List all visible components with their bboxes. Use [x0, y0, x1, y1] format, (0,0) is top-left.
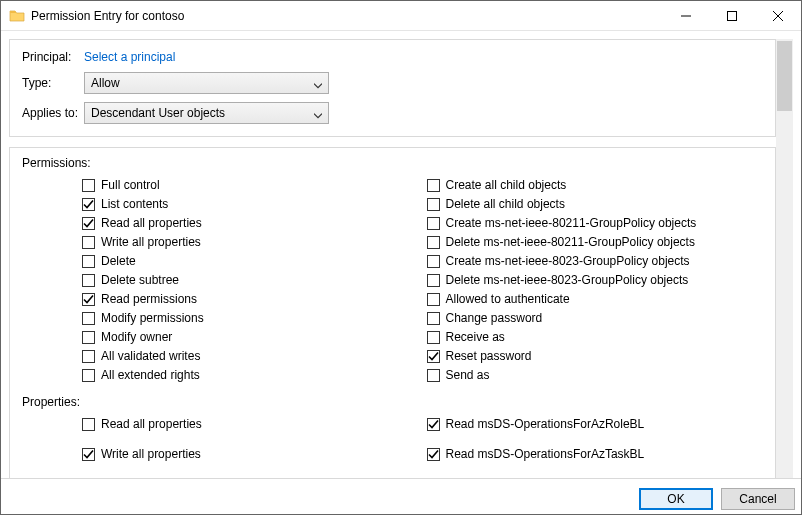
checkbox-label: Read all properties — [101, 417, 202, 431]
permission-checkbox[interactable]: Read all properties — [82, 214, 419, 232]
checkbox-label: Allowed to authenticate — [446, 292, 570, 306]
property-checkbox[interactable]: Read all properties — [82, 415, 419, 433]
type-select[interactable]: Allow — [84, 72, 329, 94]
checkbox-icon — [82, 312, 95, 325]
checkbox-label: Delete ms-net-ieee-80211-GroupPolicy obj… — [446, 235, 695, 249]
permission-checkbox[interactable]: Delete subtree — [82, 271, 419, 289]
permission-checkbox[interactable]: Reset password — [427, 347, 764, 365]
checkbox-label: All extended rights — [101, 368, 200, 382]
applies-to-select[interactable]: Descendant User objects — [84, 102, 329, 124]
principal-panel: Principal: Select a principal Type: Allo… — [9, 39, 776, 137]
checkbox-icon — [82, 274, 95, 287]
checkbox-icon — [82, 236, 95, 249]
checkbox-label: Write all properties — [101, 235, 201, 249]
permission-checkbox[interactable]: Delete all child objects — [427, 195, 764, 213]
checkbox-label: Modify permissions — [101, 311, 204, 325]
checkbox-icon — [82, 418, 95, 431]
checkbox-label: Create ms-net-ieee-80211-GroupPolicy obj… — [446, 216, 697, 230]
chevron-down-icon — [314, 109, 322, 117]
titlebar: Permission Entry for contoso — [1, 1, 801, 31]
checkbox-icon — [82, 369, 95, 382]
permission-checkbox[interactable]: Create ms-net-ieee-80211-GroupPolicy obj… — [427, 214, 764, 232]
checkbox-icon — [427, 418, 440, 431]
checkbox-icon — [427, 217, 440, 230]
checkbox-label: Delete ms-net-ieee-8023-GroupPolicy obje… — [446, 273, 689, 287]
checkbox-icon — [82, 448, 95, 461]
checkbox-icon — [427, 274, 440, 287]
checkbox-icon — [427, 236, 440, 249]
permission-checkbox[interactable]: Allowed to authenticate — [427, 290, 764, 308]
select-principal-link[interactable]: Select a principal — [84, 50, 175, 64]
checkbox-label: Full control — [101, 178, 160, 192]
checkbox-icon — [82, 293, 95, 306]
permission-checkbox[interactable]: Send as — [427, 366, 764, 384]
dialog-footer: OK Cancel — [1, 478, 801, 514]
permissions-heading: Permissions: — [22, 156, 763, 170]
checkbox-icon — [427, 331, 440, 344]
checkbox-label: Delete — [101, 254, 136, 268]
checkbox-icon — [82, 198, 95, 211]
checkbox-icon — [82, 217, 95, 230]
checkbox-icon — [427, 179, 440, 192]
checkbox-label: Read msDS-OperationsForAzTaskBL — [446, 447, 645, 461]
checkbox-label: Reset password — [446, 349, 532, 363]
checkbox-icon — [427, 369, 440, 382]
applies-to-select-value: Descendant User objects — [91, 106, 225, 120]
permission-checkbox[interactable]: Modify permissions — [82, 309, 419, 327]
cancel-button[interactable]: Cancel — [721, 488, 795, 510]
checkbox-label: All validated writes — [101, 349, 200, 363]
permission-checkbox[interactable]: List contents — [82, 195, 419, 213]
applies-to-label: Applies to: — [22, 106, 84, 120]
permission-checkbox[interactable]: Write all properties — [82, 233, 419, 251]
checkbox-label: Create ms-net-ieee-8023-GroupPolicy obje… — [446, 254, 690, 268]
permission-checkbox[interactable]: Create ms-net-ieee-8023-GroupPolicy obje… — [427, 252, 764, 270]
type-select-value: Allow — [91, 76, 120, 90]
permission-checkbox[interactable]: Receive as — [427, 328, 764, 346]
permission-checkbox[interactable]: Delete — [82, 252, 419, 270]
permission-checkbox[interactable]: Delete ms-net-ieee-80211-GroupPolicy obj… — [427, 233, 764, 251]
checkbox-label: Receive as — [446, 330, 505, 344]
checkbox-label: Modify owner — [101, 330, 172, 344]
checkbox-label: List contents — [101, 197, 168, 211]
checkbox-label: Delete subtree — [101, 273, 179, 287]
permission-checkbox[interactable]: Read permissions — [82, 290, 419, 308]
permission-checkbox[interactable]: Modify owner — [82, 328, 419, 346]
checkbox-icon — [427, 448, 440, 461]
property-checkbox[interactable]: Read msDS-OperationsForAzRoleBL — [427, 415, 764, 433]
ok-button[interactable]: OK — [639, 488, 713, 510]
checkbox-label: Write all properties — [101, 447, 201, 461]
permission-checkbox[interactable]: Create all child objects — [427, 176, 764, 194]
checkbox-icon — [427, 293, 440, 306]
property-checkbox[interactable]: Write all properties — [82, 445, 419, 463]
type-label: Type: — [22, 76, 84, 90]
checkbox-label: Create all child objects — [446, 178, 567, 192]
checkbox-icon — [82, 255, 95, 268]
permission-checkbox[interactable]: Change password — [427, 309, 764, 327]
checkbox-icon — [427, 350, 440, 363]
checkbox-label: Read all properties — [101, 216, 202, 230]
maximize-button[interactable] — [709, 1, 755, 30]
close-button[interactable] — [755, 1, 801, 30]
checkbox-icon — [82, 350, 95, 363]
svg-rect-0 — [728, 11, 737, 20]
permission-checkbox[interactable]: Full control — [82, 176, 419, 194]
checkbox-label: Read permissions — [101, 292, 197, 306]
property-checkbox[interactable]: Read msDS-OperationsForAzTaskBL — [427, 445, 764, 463]
checkbox-label: Read msDS-OperationsForAzRoleBL — [446, 417, 645, 431]
folder-icon — [9, 8, 25, 24]
principal-label: Principal: — [22, 50, 84, 64]
checkbox-label: Send as — [446, 368, 490, 382]
permission-checkbox[interactable]: All extended rights — [82, 366, 419, 384]
permission-checkbox[interactable]: All validated writes — [82, 347, 419, 365]
chevron-down-icon — [314, 79, 322, 87]
checkbox-icon — [82, 331, 95, 344]
minimize-button[interactable] — [663, 1, 709, 30]
permission-checkbox[interactable]: Delete ms-net-ieee-8023-GroupPolicy obje… — [427, 271, 764, 289]
vertical-scrollbar[interactable] — [776, 39, 793, 478]
scrollbar-thumb[interactable] — [777, 41, 792, 111]
checkbox-icon — [427, 255, 440, 268]
checkbox-icon — [427, 198, 440, 211]
checkbox-label: Delete all child objects — [446, 197, 565, 211]
checkbox-icon — [427, 312, 440, 325]
window-title: Permission Entry for contoso — [31, 8, 663, 23]
